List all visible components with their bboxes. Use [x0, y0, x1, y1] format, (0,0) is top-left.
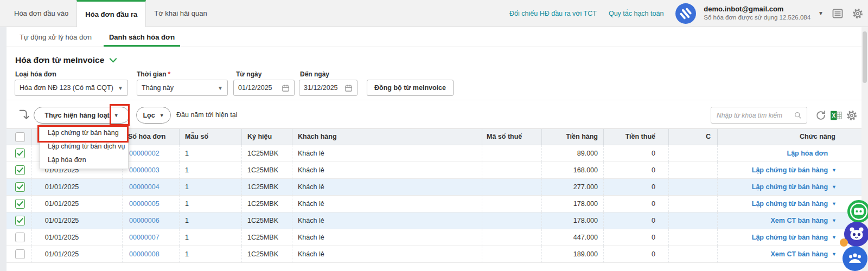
cell-amount: 178.000	[541, 212, 603, 229]
bulk-action-button[interactable]: Thực hiện hàng loạt ▼	[34, 107, 130, 124]
to-date-value: 31/12/2025	[304, 84, 344, 92]
invoice-type-select[interactable]: Hóa đơn NĐ 123 (Có mã CQT) ▼	[15, 80, 128, 96]
row-checkbox[interactable]	[15, 233, 25, 242]
header-invoice-no[interactable]: Số hóa đơn	[122, 129, 179, 145]
header-tax[interactable]: Tiền thuế	[603, 129, 668, 145]
to-date-input[interactable]: 31/12/2025	[299, 80, 358, 96]
header-tax-code[interactable]: Mã số thuế	[482, 129, 541, 145]
collapse-chevron-icon[interactable]	[109, 57, 117, 63]
action-caret-icon[interactable]: ▼	[832, 162, 837, 178]
invoice-number-link[interactable]: 00000003	[129, 166, 159, 174]
row-action-link[interactable]: Lập chứng từ bán hàng	[752, 162, 828, 178]
chat-widget-green-icon[interactable]	[847, 200, 868, 223]
header-form-no[interactable]: Mẫu số	[179, 129, 241, 145]
subtab-invoice-list[interactable]: Danh sách hóa đơn	[104, 27, 180, 47]
row-checkbox[interactable]	[15, 249, 25, 259]
row-action-link[interactable]: Xem CT bán hàng	[771, 212, 828, 229]
row-action-link[interactable]: Lập chứng từ bán hàng	[752, 179, 828, 195]
cell-amount: 178.000	[541, 196, 603, 212]
invoice-number-link[interactable]: 00000002	[129, 150, 159, 157]
bulk-action-label: Thực hiện hàng loạt	[44, 112, 109, 119]
filter-button[interactable]: Lọc ▼	[136, 107, 171, 124]
user-menu-caret-icon[interactable]: ▼	[818, 10, 824, 16]
header-customer[interactable]: Khách hàng	[292, 129, 482, 145]
export-excel-icon[interactable]: X	[830, 110, 842, 122]
tab-customs-declaration[interactable]: Tờ khai hải quan	[146, 0, 215, 27]
cell-amount: 168.000	[541, 162, 603, 178]
cell-clipped	[668, 229, 717, 246]
cell-clipped	[668, 212, 717, 229]
calendar-icon[interactable]	[282, 84, 290, 92]
row-checkbox[interactable]	[15, 199, 25, 209]
header-action[interactable]: Chức năng	[717, 129, 861, 145]
action-caret-icon[interactable]: ▼	[832, 212, 837, 229]
cell-tax-code	[482, 162, 541, 178]
row-action-link[interactable]: Lập chứng từ bán hàng	[752, 229, 828, 246]
menu-item-create-invoice[interactable]: Lập hóa đơn	[40, 153, 128, 167]
action-caret-icon[interactable]: ▼	[832, 229, 837, 246]
header-clipped-column[interactable]: C	[668, 129, 717, 145]
avatar[interactable]	[675, 3, 696, 24]
row-checkbox[interactable]	[15, 182, 25, 192]
cell-serial: 1C25MBK	[241, 196, 292, 212]
header-serial[interactable]: Ký hiệu	[241, 129, 292, 145]
reconcile-link[interactable]: Đối chiếu HĐ đầu ra với TCT	[509, 10, 597, 17]
invoice-number-link[interactable]: 00000004	[129, 183, 159, 191]
cell-serial: 1C25MBK	[241, 162, 292, 178]
row-checkbox[interactable]	[15, 216, 25, 225]
select-all-checkbox[interactable]	[15, 132, 25, 142]
subtab-auto-process[interactable]: Tự động xử lý hóa đơn	[14, 27, 97, 47]
download-arrow-icon[interactable]	[18, 108, 30, 123]
table-row[interactable]: 01/01/2025 00000002 1 1C25MBK Khách lẻ 8…	[7, 145, 861, 162]
menu-item-create-sales-voucher[interactable]: Lập chứng từ bán hàng	[40, 126, 128, 140]
action-caret-icon[interactable]: ▼	[832, 196, 837, 212]
period-select[interactable]: Tháng này ▼	[137, 80, 228, 96]
table-settings-gear-icon[interactable]	[846, 109, 858, 123]
table-row[interactable]: 01/01/2025 00000004 1 1C25MBK Khách lẻ 2…	[7, 179, 861, 196]
notification-dot	[840, 238, 848, 247]
settings-gear-icon[interactable]	[852, 8, 864, 20]
subtab-label: Danh sách hóa đơn	[109, 33, 175, 41]
tab-invoice-input[interactable]: Hóa đơn đầu vào	[0, 0, 76, 27]
calendar-icon[interactable]	[344, 84, 353, 92]
cell-customer: Khách lẻ	[292, 162, 482, 178]
action-caret-icon[interactable]: ▼	[832, 179, 837, 195]
invoice-usage-count: Số hóa đơn được sử dụng 12.526.084	[704, 14, 810, 21]
chat-widget-community-icon[interactable]	[843, 246, 867, 271]
from-date-input[interactable]: 01/12/2025	[233, 80, 295, 96]
action-caret-icon[interactable]: ▼	[832, 246, 837, 262]
row-checkbox[interactable]	[15, 165, 25, 175]
header-amount[interactable]: Tiền hàng	[541, 129, 603, 145]
sync-meinvoice-button[interactable]: Đồng bộ từ meInvoice	[367, 80, 454, 96]
scrollbar-thumb[interactable]	[863, 31, 867, 83]
accounting-rules-link[interactable]: Quy tắc hạch toán	[609, 10, 663, 17]
invoice-number-link[interactable]: 00000006	[129, 217, 159, 224]
page-title: Hóa đơn từ meInvoice	[15, 55, 117, 65]
cell-serial: 1C25MBK	[241, 212, 292, 229]
menu-item-create-service-voucher[interactable]: Lập chứng từ bán dịch vụ	[40, 140, 128, 153]
table-row[interactable]: 01/01/2025 00000005 1 1C25MBK Khách lẻ 1…	[7, 196, 861, 212]
app-list-icon[interactable]	[831, 7, 844, 20]
invoice-type-value: Hóa đơn NĐ 123 (Có mã CQT)	[20, 84, 114, 92]
invoice-number-link[interactable]: 00000007	[129, 234, 159, 241]
row-checkbox[interactable]	[15, 149, 25, 158]
cell-date: 01/01/2025	[31, 212, 122, 229]
table-row[interactable]: 01/01/2025 00000008 1 1C25MBK Khách lẻ 1…	[7, 246, 861, 263]
user-info[interactable]: demo.inbot@gmail.com Số hóa đơn được sử …	[704, 5, 810, 22]
row-action-link[interactable]: Xem CT bán hàng	[771, 246, 828, 262]
search-input[interactable]	[716, 111, 794, 120]
cell-form-no: 1	[179, 162, 241, 178]
search-icon[interactable]	[794, 111, 802, 120]
table-row[interactable]: 01/01/2025 00000007 1 1C25MBK Khách lẻ 4…	[7, 229, 861, 246]
bulk-action-caret-icon[interactable]: ▼	[114, 113, 119, 118]
table-row[interactable]: 01/01/2025 00000006 1 1C25MBK Khách lẻ 1…	[7, 212, 861, 229]
row-action-link[interactable]: Lập hóa đơn	[787, 145, 828, 162]
invoice-number-link[interactable]: 00000008	[129, 250, 159, 258]
row-action-link[interactable]: Lập chứng từ bán hàng	[752, 196, 828, 212]
cell-form-no: 1	[179, 229, 241, 246]
table-row[interactable]: 01/01/2025 00000003 1 1C25MBK Khách lẻ 1…	[7, 162, 861, 179]
refresh-icon[interactable]	[815, 109, 827, 123]
table-header-row: Số hóa đơn Mẫu số Ký hiệu Khách hàng Mã …	[7, 128, 861, 145]
invoice-number-link[interactable]: 00000005	[129, 200, 159, 208]
tab-invoice-output[interactable]: Hóa đơn đầu ra	[76, 0, 146, 27]
